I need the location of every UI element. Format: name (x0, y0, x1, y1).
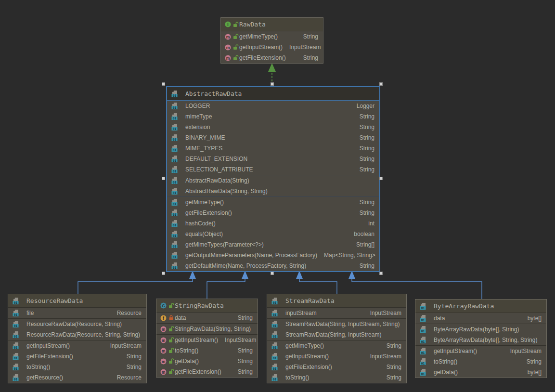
member-row[interactable]: 01equals(Object)boolean (167, 229, 379, 239)
member-row[interactable]: 01getResource()Resource (8, 372, 146, 383)
member-row[interactable]: 01getFileExtension()String (167, 208, 379, 218)
member-row[interactable]: 01StreamRawData(String, InputStream, Str… (267, 319, 406, 329)
member-row[interactable]: mgetInputStream()InputStream (221, 42, 323, 52)
member-row[interactable]: 01getInputStream()InputStream (415, 346, 546, 356)
class-title-bar[interactable]: 01StreamRawData (267, 294, 406, 307)
member-row[interactable]: 01getMimeType()String (267, 340, 406, 351)
member-row[interactable]: 01toString()String (267, 372, 406, 383)
member-row[interactable]: 01mimeTypeString (167, 111, 379, 122)
svg-text:01: 01 (421, 306, 425, 310)
member-name: extension (185, 124, 210, 131)
member-row[interactable]: 01LOGGERLogger (167, 101, 379, 111)
member-row[interactable]: 01ByteArrayRawData(byte[], String) (415, 324, 546, 335)
class-node-abstractrawdata[interactable]: 01AbstractRawData01LOGGERLogger01mimeTyp… (166, 86, 380, 272)
member-row[interactable]: 01getOutputMimeParameters(Name, ProcessF… (167, 250, 379, 261)
member-row[interactable]: 01MIME_TYPESString (167, 143, 379, 154)
svg-text:01: 01 (14, 367, 18, 371)
public-lock-icon (168, 303, 174, 309)
class-title-bar[interactable]: 01ByteArrayRawData (415, 300, 546, 313)
binary-member-icon: 01 (271, 309, 279, 317)
svg-text:01: 01 (173, 223, 177, 227)
member-name: getFileExtension() (185, 209, 232, 216)
member-row[interactable]: 01ResourceRawData(Resource, String) (8, 319, 146, 329)
member-row[interactable]: mgetFileExtension()String (156, 366, 258, 377)
svg-text:01: 01 (273, 313, 277, 317)
selection-handle[interactable] (271, 272, 274, 275)
selection-handle[interactable] (162, 177, 165, 180)
member-row[interactable]: 01getInputStream()InputStream (8, 340, 146, 351)
member-row[interactable]: 01getData()byte[] (415, 367, 546, 378)
member-row[interactable]: mgetMimeType()String (221, 31, 323, 42)
binary-member-icon: 01 (171, 241, 179, 248)
member-row[interactable]: 01toString()String (415, 356, 546, 367)
member-row[interactable]: mgetData()String (156, 356, 258, 366)
public-lock-icon (233, 34, 239, 39)
binary-member-icon: 01 (271, 353, 279, 360)
member-row[interactable]: 01getFileExtension()String (267, 362, 406, 372)
binary-member-icon: 01 (419, 326, 427, 333)
selection-handle[interactable] (271, 82, 274, 86)
member-row[interactable]: 01AbstractRawData(String, String) (167, 186, 379, 196)
member-row[interactable]: mgetFileExtension()String (221, 52, 323, 63)
member-row[interactable]: 01ByteArrayRawData(byte[], String, Strin… (415, 335, 546, 345)
member-row[interactable]: 01AbstractRawData(String) (167, 175, 379, 186)
binary-member-icon: 01 (419, 347, 427, 355)
svg-text:01: 01 (273, 356, 277, 360)
member-name: getData() (175, 358, 199, 365)
member-row[interactable]: 01getFileExtension()String (8, 351, 146, 362)
member-row[interactable]: mtoString()String (156, 345, 258, 356)
binary-member-icon: 01 (171, 209, 179, 217)
member-row[interactable]: 01SELECTION_ATTRIBUTEString (167, 164, 379, 175)
binary-member-icon: 01 (171, 230, 179, 238)
class-title-bar[interactable]: 01ResourceRawData (8, 294, 146, 307)
member-row[interactable]: 01StreamRawData(String, InputStream) (267, 329, 406, 340)
member-row[interactable]: mgetInputStream()InputStream (156, 335, 258, 345)
member-row[interactable]: 01fileResource (8, 308, 146, 318)
class-title-bar[interactable]: 01AbstractRawData (167, 87, 379, 100)
selection-handle[interactable] (379, 82, 383, 86)
member-row[interactable]: 01getMimeTypes(Parameter<?>)String[] (167, 239, 379, 250)
class-node-stringrawdata[interactable]: CStringRawDatafdataStringmStringRawData(… (156, 299, 258, 378)
member-row[interactable]: 01ResourceRawData(Resource, String, Stri… (8, 329, 146, 340)
member-row[interactable]: 01databyte[] (415, 313, 546, 324)
member-row[interactable]: 01getMimeType()String (167, 197, 379, 208)
member-row[interactable]: 01getInputStream()InputStream (267, 351, 406, 362)
member-row[interactable]: fdataString (156, 313, 258, 323)
member-row[interactable]: 01toString()String (8, 362, 146, 372)
member-type: String (297, 54, 318, 61)
member-row[interactable]: 01DEFAULT_EXTENSIONString (167, 154, 379, 164)
member-row[interactable]: mStringRawData(String, String) (156, 324, 258, 334)
class-name: StreamRawData (285, 297, 335, 304)
extends-edge[interactable] (299, 278, 337, 294)
method-icon: m (225, 34, 231, 40)
member-row[interactable]: 01getDefaultMime(Name, ProcessFactory, S… (167, 261, 379, 271)
member-type: InputStream (103, 342, 142, 349)
selection-handle[interactable] (379, 177, 383, 180)
class-node-streamrawdata[interactable]: 01StreamRawData01inputStreamInputStream0… (267, 294, 407, 383)
selection-handle[interactable] (162, 82, 165, 86)
selection-handle[interactable] (379, 272, 383, 275)
member-row[interactable]: 01hashCode()int (167, 218, 379, 229)
member-row[interactable]: 01BINARY_MIMEString (167, 132, 379, 143)
class-node-resourcerawdata[interactable]: 01ResourceRawData01fileResource01Resourc… (8, 294, 147, 383)
member-type: String (353, 145, 374, 152)
binary-member-icon: 01 (419, 314, 427, 322)
class-node-bytearrayrawdata[interactable]: 01ByteArrayRawData01databyte[]01ByteArra… (415, 299, 547, 378)
public-lock-icon (168, 358, 174, 364)
class-node-rawdata[interactable]: IRawDatamgetMimeType()StringmgetInputStr… (220, 17, 323, 64)
binary-member-icon: 01 (271, 363, 279, 371)
member-name: hashCode() (185, 220, 216, 227)
method-icon: m (160, 326, 167, 332)
member-row[interactable]: 01extensionString (167, 122, 379, 132)
svg-text:I: I (227, 22, 228, 27)
member-type: String (520, 358, 542, 365)
diagram-canvas[interactable]: IRawDatamgetMimeType()StringmgetInputStr… (0, 0, 555, 392)
extends-edge[interactable] (207, 278, 245, 299)
binary-member-icon: 01 (419, 358, 427, 366)
extends-edge[interactable] (78, 278, 193, 294)
member-row[interactable]: 01inputStreamInputStream (267, 308, 406, 318)
class-title-bar[interactable]: CStringRawData (156, 299, 258, 312)
class-title-bar[interactable]: IRawData (221, 18, 323, 31)
member-type: String (231, 368, 253, 375)
selection-handle[interactable] (162, 272, 165, 275)
